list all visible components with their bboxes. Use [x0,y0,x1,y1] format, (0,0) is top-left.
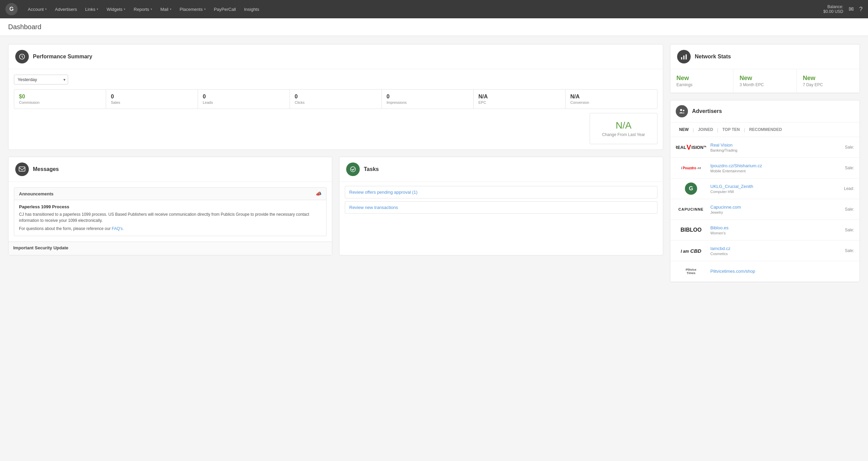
nav-item-links[interactable]: Links ▾ [82,5,102,14]
ann-text-2: For questions about the form, please ref… [19,226,321,232]
main-content: Performance Summary Yesterday Today Last… [0,36,868,290]
nav-right-section: Balance: $0.00 USD ✉ ? [823,4,863,14]
stat-impressions: 0 Impressions [382,90,474,109]
chevron-down-icon: ▾ [151,7,152,11]
important-title: Important Security Update [13,245,68,250]
stat-epc: N/A EPC [474,90,566,109]
stat-value-impressions: 0 [387,94,469,100]
mail-icon-button[interactable]: ✉ [849,5,854,13]
svg-point-7 [683,110,685,112]
bottom-row: Messages Announcements 📣 Paperless 1099 … [8,157,663,255]
nav-item-placements[interactable]: Placements ▾ [176,5,209,14]
messages-icon [15,162,29,176]
right-panel: Network Stats New Earnings New 3 Month E… [670,44,860,282]
svg-point-6 [680,109,682,111]
adv-logo-bibloo: BIBLOO [676,223,706,237]
messages-card: Messages Announcements 📣 Paperless 1099 … [8,157,332,255]
tab-recommended[interactable]: RECOMMENDED [746,126,785,133]
nav-item-mail[interactable]: Mail ▾ [157,5,175,14]
ns-stats-row: New Earnings New 3 Month EPC New 7 Day E… [670,69,860,93]
stat-label-sales: Sales [111,100,193,104]
announcements-content: Paperless 1099 Process CJ has transition… [14,200,326,236]
tasks-body: Review offers pending approval (1) Revie… [339,182,663,220]
performance-body: Yesterday Today Last 7 Days Last 30 Days… [8,69,663,150]
adv-row-capucinne: CAPUCINNE Capucinne.com Jewelry Sale: [670,199,860,220]
adv-name-capucinne[interactable]: Capucinne.com [710,205,741,210]
adv-name-plitvicetimes[interactable]: Plitvicetimes.com/shop [710,269,755,274]
adv-name-realvision[interactable]: Real Vision [710,142,733,148]
nav-item-advertisers[interactable]: Advertisers [52,5,80,14]
adv-category-bibloo: Women's [710,231,841,235]
svg-rect-1 [19,167,25,171]
adv-category-realvision: Banking/Trading [710,148,841,152]
advertisers-icon [676,105,688,117]
na-value: N/A [600,120,647,131]
performance-summary-header: Performance Summary [8,44,663,69]
adv-sale-iamcbd: Sale: [845,248,854,253]
nav-item-insights[interactable]: Insights [241,5,263,14]
stat-value-conversion: N/A [570,94,652,100]
chevron-down-icon: ▾ [204,7,206,11]
nav-item-reports[interactable]: Reports ▾ [130,5,156,14]
stat-leads: 0 Leads [198,90,290,109]
stat-clicks: 0 Clicks [290,90,382,109]
nav-menu: Account ▾ Advertisers Links ▾ Widgets ▾ … [24,5,823,14]
stat-label-clicks: Clicks [295,100,377,104]
stat-label-leads: Leads [203,100,285,104]
performance-summary-card: Performance Summary Yesterday Today Last… [8,44,663,150]
left-panel: Performance Summary Yesterday Today Last… [8,44,663,282]
important-section: Important Security Update [8,242,332,255]
tasks-title: Tasks [364,166,379,172]
stat-value-epc: N/A [478,94,560,100]
ns-stat-value-7day: New [803,75,853,82]
performance-icon [15,50,29,63]
nav-item-account[interactable]: Account ▾ [24,5,50,14]
adv-category-capucinne: Jewelry [710,210,841,214]
date-range-select[interactable]: Yesterday Today Last 7 Days Last 30 Days… [14,75,68,84]
ns-stat-7day: New 7 Day EPC [797,69,860,93]
stat-label-conversion: Conversion [570,100,652,104]
help-icon-button[interactable]: ? [859,6,863,13]
adv-row-uklg: G UKLG_Crucial_Zenith Computer HW Lead: [670,178,860,199]
tab-top-ten[interactable]: TOP TEN [719,126,743,133]
svg-rect-5 [686,54,687,59]
app-logo[interactable]: G [5,3,18,15]
advertisers-list: REALVISION™ Real Vision Banking/Trading … [670,137,860,282]
performance-title: Performance Summary [33,54,92,60]
tab-joined[interactable]: JOINED [694,126,716,133]
ann-post-title: Paperless 1099 Process [19,204,321,209]
adv-logo-plitvicetimes: PlitviceTimes [676,265,706,278]
nav-item-payercall[interactable]: PayPerCall [211,5,239,14]
adv-name-ipouzdro[interactable]: Ipouzdro.cz/Shisharium.cz [710,163,762,168]
ns-stat-value-earnings: New [676,75,727,82]
svg-point-2 [351,167,356,172]
faq-link[interactable]: FAQ's. [112,226,124,231]
svg-rect-4 [683,56,684,60]
adv-row-iamcbd: I am CBD Iamcbd.cz Cosmetics Sale: [670,241,860,261]
tab-new[interactable]: NEW [676,126,692,133]
task-item-1[interactable]: Review new transactions [345,201,657,214]
na-label: Change From Last Year [600,132,647,137]
stats-row: $0 Commission 0 Sales 0 Leads 0 Clicks [14,89,657,109]
adv-name-uklg[interactable]: UKLG_Crucial_Zenith [710,184,753,189]
adv-row-bibloo: BIBLOO Bibloo.es Women's Sale: [670,220,860,241]
stat-label-commission: Commission [19,100,101,104]
stat-label-epc: EPC [478,100,560,104]
adv-logo-realvision: REALVISION™ [676,140,706,154]
task-item-0[interactable]: Review offers pending approval (1) [345,186,657,198]
adv-name-iamcbd[interactable]: Iamcbd.cz [710,246,730,251]
nav-item-widgets[interactable]: Widgets ▾ [103,5,129,14]
date-select-wrap: Yesterday Today Last 7 Days Last 30 Days… [14,75,657,84]
messages-body: Announcements 📣 Paperless 1099 Process C… [8,187,332,255]
ns-stat-value-3month: New [739,75,790,82]
stat-conversion: N/A Conversion [566,90,657,109]
adv-name-bibloo[interactable]: Bibloo.es [710,225,728,230]
chart-area: N/A Change From Last Year [14,109,657,144]
stat-commission: $0 Commission [14,90,106,109]
advertisers-title: Advertisers [692,108,722,114]
adv-sale-ipouzdro: Sale: [845,166,854,170]
account-balance: Balance: $0.00 USD [823,4,843,14]
stat-value-leads: 0 [203,94,285,100]
svg-rect-3 [681,57,682,60]
stat-label-impressions: Impressions [387,100,469,104]
